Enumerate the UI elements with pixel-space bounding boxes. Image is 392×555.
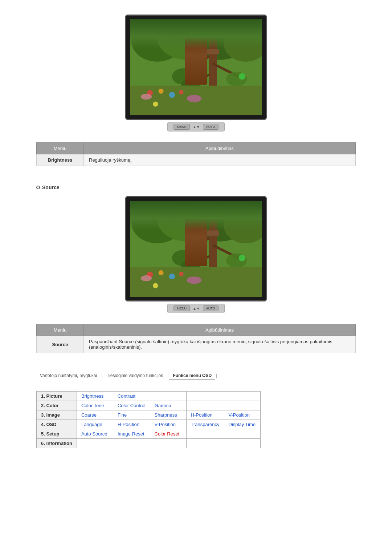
monitor-display-2: MENU ▲▼ AUTO	[36, 196, 356, 313]
osd-item-color-tone[interactable]: Color Tone	[77, 401, 113, 410]
osd-item-fine[interactable]: Fine	[113, 410, 150, 420]
source-label: Source	[37, 336, 84, 353]
table-header-meniu: Meniu	[37, 143, 84, 154]
svg-point-56	[239, 255, 245, 261]
svg-point-24	[169, 92, 175, 98]
menu-button-1[interactable]: MENU	[173, 124, 190, 130]
menu-button-2[interactable]: MENU	[173, 305, 190, 311]
osd-category-color: 2. Color	[37, 401, 77, 410]
source-table-header-apib: Apibūdinimas	[84, 324, 356, 336]
osd-item-brightness[interactable]: Brightness	[77, 392, 113, 401]
section-divider-2	[36, 364, 356, 364]
osd-row-image: 3. Image Coarse Fine Sharpness H-Positio…	[37, 410, 261, 420]
source-section-header: Source	[36, 185, 356, 190]
monitor-controls-2: MENU ▲▼ AUTO	[167, 304, 224, 313]
svg-rect-37	[186, 228, 197, 231]
section-divider-1	[36, 177, 356, 177]
monitor-frame-1	[125, 15, 267, 120]
osd-item-color-empty1	[186, 401, 224, 410]
source-desc: Paspaudžiant Source (signalo šaltinio) m…	[84, 336, 356, 353]
osd-item-picture-empty2	[186, 392, 224, 401]
svg-line-47	[191, 256, 210, 265]
osd-item-image-reset[interactable]: Image Reset	[113, 429, 150, 439]
osd-item-setup-empty1	[186, 429, 224, 439]
table-header-apib: Apibūdinimas	[84, 143, 356, 154]
osd-row-information: 6. Information	[37, 439, 261, 448]
svg-point-23	[158, 89, 163, 94]
svg-rect-39	[188, 240, 196, 242]
osd-row-setup: 5. Setup Auto Source Image Reset Color R…	[37, 429, 261, 439]
osd-row-osd: 4. OSD Language H-Position V-Position Tr…	[37, 420, 261, 429]
osd-item-h-position[interactable]: H-Position	[186, 410, 224, 420]
osd-item-osd-v-position[interactable]: V-Position	[150, 420, 186, 429]
brightness-desc: Reguliuoja ryškumą.	[84, 154, 356, 166]
monitor-screen-1	[130, 19, 262, 115]
nav-tab-osd-menu[interactable]: Funkce menu OSD	[169, 372, 215, 380]
nav-separator-2: |	[167, 372, 169, 380]
svg-point-28	[141, 94, 152, 100]
osd-item-sharpness[interactable]: Sharpness	[150, 410, 186, 420]
osd-category-osd: 4. OSD	[37, 420, 77, 429]
osd-item-contrast[interactable]: Contrast	[113, 392, 150, 401]
nav-tabs-bar: Vartotojo nustatymų mygtukai | Tiesiogin…	[36, 372, 356, 380]
nav-tab-direct-control[interactable]: Tiesioginio valdymo funkcijos	[103, 372, 167, 380]
osd-row-color: 2. Color Color Tone Color Control Gamma	[37, 401, 261, 410]
svg-point-57	[153, 283, 158, 288]
osd-category-setup: 5. Setup	[37, 429, 77, 439]
svg-marker-12	[187, 36, 196, 41]
osd-item-color-reset[interactable]: Color Reset	[150, 429, 186, 439]
svg-point-26	[239, 73, 245, 80]
osd-item-picture-empty3	[224, 392, 260, 401]
svg-line-17	[191, 74, 210, 84]
svg-rect-38	[187, 234, 196, 236]
svg-point-53	[158, 270, 163, 275]
auto-button-2[interactable]: AUTO	[203, 305, 219, 311]
monitor-controls-1: MENU ▲▼ AUTO	[167, 122, 224, 131]
source-bullet-icon	[36, 186, 40, 189]
svg-rect-7	[186, 47, 197, 49]
svg-point-29	[187, 95, 202, 102]
source-table-header-meniu: Meniu	[37, 324, 84, 336]
svg-rect-35	[189, 223, 195, 267]
monitor-screen-2	[130, 201, 262, 297]
osd-item-info-empty3	[150, 439, 186, 448]
nav-separator-3: |	[215, 372, 218, 380]
osd-menu-table: 1. Picture Brightness Contrast 2. Color …	[36, 391, 261, 448]
auto-button-1[interactable]: AUTO	[203, 124, 219, 130]
svg-rect-41	[189, 251, 194, 253]
svg-point-25	[179, 90, 183, 94]
osd-item-transparency[interactable]: Transparency	[186, 420, 224, 429]
adjust-icon-2: ▲▼	[193, 307, 200, 311]
osd-item-color-control[interactable]: Color Control	[113, 401, 150, 410]
osd-item-info-empty1	[77, 439, 113, 448]
monitor-display-1: MENU ▲▼ AUTO	[36, 15, 356, 131]
adjust-icon-1: ▲▼	[193, 125, 200, 129]
osd-item-osd-h-position[interactable]: H-Position	[113, 420, 150, 429]
osd-item-info-empty5	[224, 439, 260, 448]
monitor-frame-2	[125, 196, 267, 301]
osd-item-setup-empty2	[224, 429, 260, 439]
svg-rect-40	[188, 245, 195, 248]
osd-item-v-position[interactable]: V-Position	[224, 410, 260, 420]
nav-tab-user-settings[interactable]: Vartotojo nustatymų mygtukai	[36, 372, 101, 380]
osd-item-language[interactable]: Language	[77, 420, 113, 429]
osd-item-display-time[interactable]: Display Time	[224, 420, 260, 429]
source-title-text: Source	[42, 185, 59, 190]
svg-point-27	[153, 101, 158, 106]
svg-rect-6	[185, 41, 199, 44]
osd-category-information: 6. Information	[37, 439, 77, 448]
osd-item-info-empty2	[113, 439, 150, 448]
osd-category-picture: 1. Picture	[37, 392, 77, 401]
osd-item-auto-source[interactable]: Auto Source	[77, 429, 113, 439]
svg-line-15	[187, 56, 209, 71]
svg-rect-8	[187, 52, 196, 55]
svg-rect-36	[185, 223, 199, 226]
svg-rect-11	[189, 69, 194, 72]
osd-item-coarse[interactable]: Coarse	[77, 410, 113, 420]
osd-category-image: 3. Image	[37, 410, 77, 420]
osd-item-gamma[interactable]: Gamma	[150, 401, 186, 410]
osd-item-info-empty4	[186, 439, 224, 448]
svg-line-45	[187, 238, 209, 253]
svg-rect-10	[188, 64, 195, 66]
osd-item-picture-empty1	[150, 392, 186, 401]
